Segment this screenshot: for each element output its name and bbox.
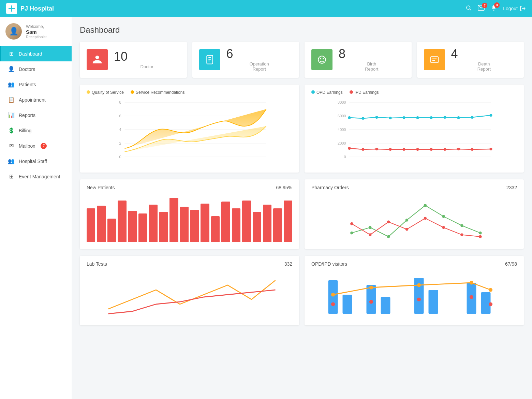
bar-9 xyxy=(180,207,189,242)
svg-point-62 xyxy=(387,235,390,238)
earnings-chart-card: OPD Earnings IPD Earnings 8000 6000 4000… xyxy=(305,85,524,173)
nav-icon-appointment: 📋 xyxy=(8,97,15,103)
svg-line-3 xyxy=(470,9,471,10)
pharmacy-orders-value: 2332 xyxy=(506,185,517,190)
nav-label-billing: Billing xyxy=(19,128,31,133)
nav-icon-billing: 💲 xyxy=(8,127,15,134)
bar-6 xyxy=(149,205,157,242)
nav-icon-hospital-staff: 👥 xyxy=(8,158,15,164)
notification-icon[interactable]: 3 xyxy=(491,4,497,13)
sidebar-item-mailbox[interactable]: ✉ Mailbox 7 xyxy=(0,138,72,153)
mail-icon[interactable]: 7 xyxy=(478,5,485,13)
svg-point-14 xyxy=(323,58,324,59)
sidebar-item-billing[interactable]: 💲 Billing xyxy=(0,123,72,138)
svg-point-40 xyxy=(375,116,378,119)
sidebar-item-doctors[interactable]: 👤 Doctors xyxy=(0,61,72,77)
service-chart-area: 8 6 4 2 0 xyxy=(87,99,292,167)
svg-point-68 xyxy=(350,222,353,225)
svg-point-57 xyxy=(457,148,460,150)
svg-rect-79 xyxy=(381,297,390,314)
sidebar-item-patients[interactable]: 👥 Patients xyxy=(0,77,72,92)
bar-1 xyxy=(97,206,105,242)
nav-icon-reports: 📊 xyxy=(8,112,15,118)
earnings-legend: OPD Earnings IPD Earnings xyxy=(311,90,517,95)
earnings-chart-svg: 8000 6000 4000 2000 0 xyxy=(311,99,517,167)
svg-rect-15 xyxy=(430,57,438,63)
stat-icon-doctor xyxy=(87,49,108,70)
bar-17 xyxy=(263,205,271,242)
bar-5 xyxy=(138,213,147,242)
sidebar-nav: ⊞ Dashboard 👤 Doctors 👥 Patients 📋 Appoi… xyxy=(0,46,72,399)
svg-point-64 xyxy=(424,204,427,207)
new-patients-value: 68.95% xyxy=(276,185,292,190)
stat-card-death-report: 4 DeathReport xyxy=(417,42,524,78)
sidebar-user: 👤 Welcome, Sam Receptionist xyxy=(0,17,72,46)
welcome-text: Welcome, xyxy=(26,24,47,29)
svg-point-92 xyxy=(470,295,473,299)
svg-point-84 xyxy=(331,293,335,296)
svg-text:0: 0 xyxy=(344,155,346,159)
stat-icon-birth-report xyxy=(311,49,332,70)
sidebar-item-reports[interactable]: 📊 Reports xyxy=(0,107,72,123)
svg-rect-77 xyxy=(343,295,352,314)
svg-point-46 xyxy=(457,116,460,119)
nav-icon-doctors: 👤 xyxy=(8,66,15,72)
svg-rect-8 xyxy=(207,56,213,64)
svg-text:4000: 4000 xyxy=(338,128,346,132)
topnav: PJ Hospital 7 3 Logout xyxy=(0,0,532,17)
svg-point-86 xyxy=(417,283,421,287)
svg-point-5 xyxy=(493,10,494,11)
nav-icon-event-management: ⊞ xyxy=(8,173,15,180)
sidebar-item-event-management[interactable]: ⊞ Event Management xyxy=(0,169,72,184)
pharmacy-orders-card: Pharmacy Orders 2332 xyxy=(305,179,524,249)
bottom-row-1: New Patients 68.95% Pharmacy Orders 2332 xyxy=(80,179,524,249)
nav-label-patients: Patients xyxy=(19,82,36,87)
svg-point-49 xyxy=(348,147,351,150)
svg-text:4: 4 xyxy=(119,128,121,132)
svg-point-74 xyxy=(460,233,463,236)
new-patients-title: New Patients xyxy=(87,185,115,190)
svg-point-2 xyxy=(467,6,470,10)
pharmacy-orders-title: Pharmacy Orders xyxy=(311,185,349,190)
sidebar-item-appointment[interactable]: 📋 Appointment xyxy=(0,92,72,107)
lab-tests-title: Lab Tests xyxy=(87,261,107,267)
svg-point-91 xyxy=(417,297,421,301)
svg-point-38 xyxy=(348,116,351,119)
nav-label-mailbox: Mailbox xyxy=(19,143,35,149)
svg-point-13 xyxy=(320,58,321,59)
svg-point-56 xyxy=(444,148,446,151)
svg-point-7 xyxy=(95,56,99,59)
charts-row: Quality of Service Service Recommendatio… xyxy=(80,85,524,173)
service-chart-svg: 8 6 4 2 0 xyxy=(87,99,292,167)
svg-point-66 xyxy=(460,224,463,227)
bar-0 xyxy=(87,208,95,242)
svg-point-63 xyxy=(405,219,409,222)
svg-point-89 xyxy=(331,302,335,306)
bar-10 xyxy=(190,210,199,242)
stat-label-operation-report: OperationReport xyxy=(226,61,293,72)
svg-point-39 xyxy=(362,117,365,120)
sidebar-item-hospital-staff[interactable]: 👥 Hospital Staff xyxy=(0,153,72,169)
logout-button[interactable]: Logout xyxy=(503,5,526,12)
sidebar-item-dashboard[interactable]: ⊞ Dashboard xyxy=(0,46,72,61)
svg-point-41 xyxy=(389,117,392,119)
svg-point-48 xyxy=(490,114,492,117)
svg-point-93 xyxy=(489,302,492,306)
svg-point-51 xyxy=(375,148,378,150)
bottom-row-2: Lab Tests 332 OPD/IPD visitors 67/98 xyxy=(80,256,524,325)
svg-point-61 xyxy=(369,226,372,229)
svg-point-45 xyxy=(444,116,446,119)
search-icon[interactable] xyxy=(466,5,472,13)
svg-point-58 xyxy=(471,148,474,151)
bar-16 xyxy=(253,212,261,242)
bar-8 xyxy=(169,198,178,242)
svg-point-87 xyxy=(470,281,473,284)
svg-point-71 xyxy=(405,228,409,231)
opd-ipd-card: OPD/IPD visitors 67/98 xyxy=(305,256,524,325)
svg-point-55 xyxy=(430,148,433,151)
svg-point-47 xyxy=(471,116,474,119)
svg-rect-1 xyxy=(9,8,15,9)
main-content: Dashboard 10 Doctor 6 OperationReport 8 … xyxy=(72,17,532,399)
stat-card-birth-report: 8 BirthReport xyxy=(305,42,412,78)
logo-icon xyxy=(6,3,17,14)
